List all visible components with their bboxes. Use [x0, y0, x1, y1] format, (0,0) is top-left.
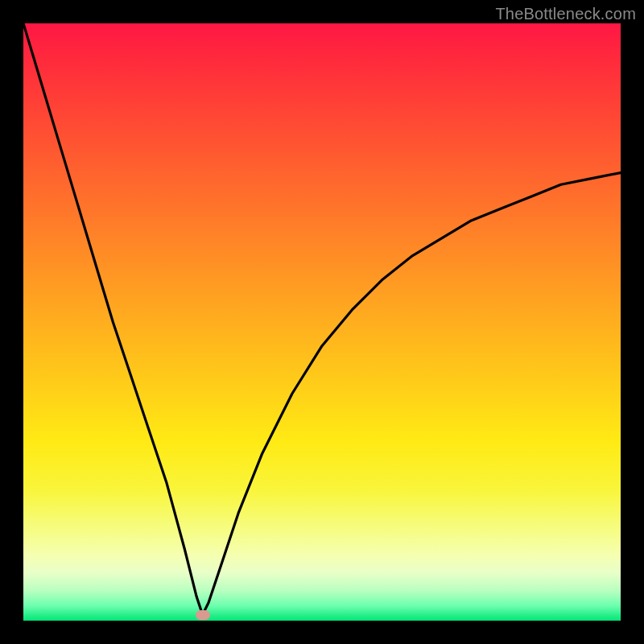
bottleneck-curve: [23, 23, 621, 621]
curve-path: [23, 23, 621, 615]
plot-area: [23, 23, 621, 621]
optimal-point-marker: [196, 610, 210, 620]
watermark-text: TheBottleneck.com: [495, 5, 636, 23]
